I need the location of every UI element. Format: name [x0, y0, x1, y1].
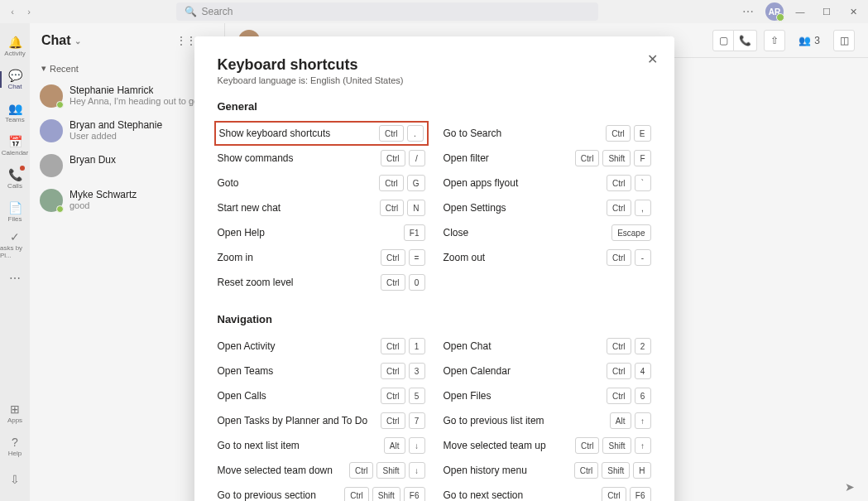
shortcut-label: Open history menu — [444, 465, 527, 476]
shortcut-label: Close — [444, 227, 469, 238]
shortcut-keys: CtrlShift↑ — [575, 437, 651, 454]
modal-title: Keyboard shortcuts — [218, 56, 651, 74]
keyboard-key: Ctrl — [379, 175, 404, 191]
keyboard-key: Ctrl — [381, 338, 405, 354]
keyboard-key: ↑ — [635, 412, 651, 429]
keyboard-key: , — [635, 200, 651, 216]
keyboard-key: 0 — [409, 274, 425, 291]
keyboard-key: Ctrl — [344, 487, 369, 501]
shortcut-row: Reset zoom levelCtrl0 — [218, 270, 425, 295]
shortcut-keys: Ctrl6 — [607, 388, 651, 404]
shortcut-label: Open Teams — [218, 365, 274, 377]
shortcut-row: GotoCtrlG — [218, 171, 425, 195]
keyboard-key: N — [407, 200, 424, 216]
shortcut-label: Open Activity — [218, 340, 276, 352]
keyboard-key: Escape — [611, 224, 650, 241]
keyboard-key: 1 — [409, 338, 425, 354]
shortcut-label: Go to previous list item — [444, 415, 544, 426]
shortcut-row: Start new chatCtrlN — [218, 195, 425, 220]
shortcut-label: Go to previous section — [218, 489, 316, 501]
keyboard-key: = — [409, 249, 425, 266]
keyboard-key: F — [634, 150, 650, 166]
keyboard-key: 5 — [409, 388, 425, 404]
shortcut-label: Zoom in — [218, 252, 253, 263]
keyboard-key: 7 — [409, 412, 425, 429]
modal-subtitle: Keyboard language is: English (United St… — [218, 75, 651, 85]
shortcut-keys: CtrlN — [380, 200, 425, 216]
shortcut-row: Open CalendarCtrl4 — [444, 359, 651, 383]
keyboard-key: Ctrl — [606, 125, 631, 142]
shortcut-row: Go to next list itemAlt↓ — [218, 433, 425, 458]
shortcut-label: Open Calendar — [444, 365, 511, 377]
shortcut-label: Open Help — [218, 227, 265, 238]
shortcut-keys: CtrlG — [379, 175, 424, 191]
keyboard-key: Ctrl — [381, 388, 405, 404]
keyboard-key: Shift — [376, 462, 405, 479]
shortcut-row: Go to next sectionCtrlF6 — [444, 483, 651, 501]
keyboard-key: F1 — [404, 224, 425, 241]
shortcut-keys: Escape — [611, 224, 650, 241]
shortcut-row: Zoom outCtrl- — [444, 245, 651, 270]
modal-close-button[interactable]: ✕ — [647, 51, 658, 67]
shortcut-keys: CtrlShiftF — [575, 150, 651, 166]
shortcut-row: Zoom inCtrl= — [218, 245, 425, 270]
shortcut-row: Open CallsCtrl5 — [218, 383, 425, 408]
shortcut-keys: CtrlShiftF6 — [344, 487, 424, 501]
shortcut-label: Zoom out — [444, 252, 486, 263]
shortcut-label: Open Settings — [444, 202, 506, 214]
keyboard-key: 2 — [635, 338, 651, 354]
keyboard-key: Ctrl — [574, 462, 599, 479]
shortcut-label: Open Calls — [218, 390, 266, 402]
keyboard-key: Alt — [610, 412, 631, 429]
shortcut-row: Show commandsCtrl/ — [218, 146, 425, 171]
keyboard-key: F6 — [404, 487, 425, 501]
keyboard-key: ↑ — [635, 437, 651, 454]
shortcut-keys: Ctrl` — [607, 175, 651, 191]
shortcut-row: Open HelpF1 — [218, 220, 425, 245]
section-heading: General — [218, 100, 651, 113]
shortcut-keys: Ctrl- — [607, 249, 651, 266]
shortcut-row: Open FilesCtrl6 — [444, 383, 651, 408]
shortcut-keys: CtrlE — [606, 125, 650, 142]
modal-overlay: ✕ Keyboard shortcuts Keyboard language i… — [0, 0, 868, 501]
shortcut-row: Open ChatCtrl2 — [444, 334, 651, 359]
shortcut-keys: Ctrl, — [607, 200, 651, 216]
keyboard-key: ↓ — [409, 462, 425, 479]
keyboard-key: Shift — [602, 150, 631, 166]
shortcut-keys: Ctrl0 — [381, 274, 425, 291]
keyboard-key: Alt — [384, 437, 405, 454]
shortcut-label: Reset zoom level — [218, 277, 294, 288]
keyboard-shortcuts-modal: ✕ Keyboard shortcuts Keyboard language i… — [194, 36, 674, 501]
shortcut-row: Open TeamsCtrl3 — [218, 359, 425, 383]
shortcut-row: Move selected team upCtrlShift↑ — [444, 433, 651, 458]
keyboard-key: Ctrl — [381, 274, 405, 291]
shortcut-keys: Ctrl= — [381, 249, 425, 266]
keyboard-key: Ctrl — [602, 487, 626, 501]
shortcut-keys: Alt↑ — [610, 412, 651, 429]
keyboard-key: Ctrl — [381, 363, 405, 379]
shortcut-row: Show keyboard shortcutsCtrl. — [214, 121, 429, 146]
keyboard-key: Shift — [372, 487, 400, 501]
shortcut-label: Open apps flyout — [444, 177, 519, 189]
keyboard-key: Ctrl — [381, 412, 405, 429]
keyboard-key: 3 — [409, 363, 425, 379]
keyboard-key: Ctrl — [575, 437, 600, 454]
shortcut-row: Go to previous sectionCtrlShiftF6 — [218, 483, 425, 501]
keyboard-key: Ctrl — [349, 462, 374, 479]
shortcut-label: Show commands — [218, 152, 294, 164]
shortcut-label: Move selected team down — [218, 465, 333, 476]
shortcut-keys: Ctrl2 — [607, 338, 651, 354]
keyboard-key: Shift — [602, 462, 630, 479]
keyboard-key: Shift — [602, 437, 631, 454]
keyboard-key: Ctrl — [607, 388, 631, 404]
shortcut-keys: Ctrl5 — [381, 388, 425, 404]
shortcut-keys: Ctrl/ — [381, 150, 425, 166]
keyboard-key: 6 — [635, 388, 651, 404]
keyboard-key: H — [633, 462, 650, 479]
shortcut-row: Open apps flyoutCtrl` — [444, 171, 651, 195]
keyboard-key: ↓ — [409, 437, 425, 454]
shortcut-row: Open filterCtrlShiftF — [444, 146, 651, 171]
shortcut-keys: Ctrl7 — [381, 412, 425, 429]
keyboard-key: 4 — [635, 363, 651, 379]
keyboard-key: Ctrl — [607, 338, 631, 354]
